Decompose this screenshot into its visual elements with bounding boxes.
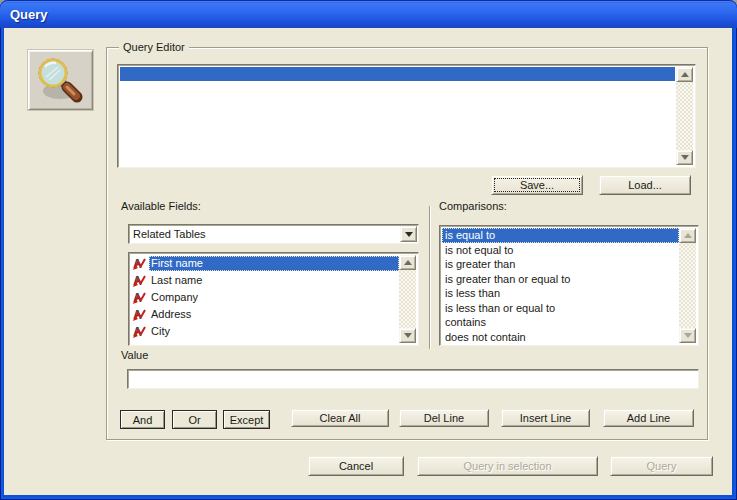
field-list-item[interactable]: A First name: [131, 255, 399, 272]
save-button[interactable]: Save...: [491, 175, 583, 195]
clear-all-button[interactable]: Clear All: [291, 409, 389, 427]
field-label: Last name: [149, 273, 399, 288]
related-tables-dropdown[interactable]: Related Tables: [128, 224, 419, 244]
field-label: Address: [149, 307, 399, 322]
del-line-button[interactable]: Del Line: [399, 409, 489, 427]
query-button[interactable]: Query: [610, 456, 713, 476]
query-editor-group-title: Query Editor: [119, 40, 189, 54]
scroll-up-button[interactable]: [676, 67, 693, 82]
field-list-item[interactable]: A Company: [131, 289, 399, 306]
fields-list[interactable]: A First name A Last name A Company A Add…: [128, 252, 419, 346]
query-dialog: Query Query Editor: [0, 0, 737, 500]
field-label: City: [149, 324, 399, 339]
available-fields-label: Available Fields:: [121, 200, 201, 213]
and-button[interactable]: And: [120, 410, 165, 429]
query-list-scrollbar[interactable]: [676, 67, 693, 165]
field-label: Company: [149, 290, 399, 305]
arrow-down-icon: [684, 333, 692, 338]
except-button[interactable]: Except: [223, 410, 270, 429]
comparison-item[interactable]: is not equal to: [442, 243, 679, 258]
comparison-item[interactable]: is less than or equal to: [442, 301, 679, 316]
comparisons-list[interactable]: is equal to is not equal to is greater t…: [439, 225, 699, 346]
chevron-down-icon: [405, 232, 413, 237]
comparisons-list-rows: is equal to is not equal to is greater t…: [442, 228, 679, 343]
field-icon: A: [133, 342, 146, 343]
insert-line-button[interactable]: Insert Line: [501, 409, 590, 427]
scroll-down-button[interactable]: [679, 328, 696, 343]
value-input[interactable]: [127, 369, 699, 389]
field-list-item-partial[interactable]: A: [131, 340, 399, 343]
field-icon: A: [133, 308, 146, 321]
field-icon: A: [133, 274, 146, 287]
fields-list-rows: A First name A Last name A Company A Add…: [131, 255, 399, 343]
query-in-selection-button[interactable]: Query in selection: [417, 456, 598, 476]
dropdown-button[interactable]: [400, 226, 417, 242]
dialog-body: Query Editor Save... Load... Available F…: [4, 28, 732, 495]
arrow-up-icon: [681, 72, 689, 77]
field-icon: A: [133, 291, 146, 304]
field-list-item[interactable]: A Address: [131, 306, 399, 323]
comparison-item[interactable]: is equal to: [442, 228, 679, 243]
comparison-item[interactable]: is less than: [442, 286, 679, 301]
scroll-up-button[interactable]: [679, 228, 696, 243]
arrow-down-icon: [681, 155, 689, 160]
query-editor-group: Query Editor Save... Load... Available F…: [106, 47, 708, 440]
query-lines-list[interactable]: [117, 64, 696, 168]
add-line-button[interactable]: Add Line: [603, 409, 694, 427]
comparison-item[interactable]: is greater than: [442, 257, 679, 272]
arrow-up-icon: [404, 260, 412, 265]
scroll-down-button[interactable]: [676, 150, 693, 165]
scroll-up-button[interactable]: [399, 255, 416, 270]
scroll-down-button[interactable]: [399, 328, 416, 343]
arrow-down-icon: [404, 333, 412, 338]
dropdown-selected-value: Related Tables: [133, 228, 396, 241]
comparisons-scrollbar[interactable]: [679, 228, 696, 343]
value-label: Value: [121, 349, 148, 362]
svg-text:A: A: [133, 342, 142, 343]
comparison-item[interactable]: contains: [442, 315, 679, 330]
section-divider: [429, 206, 430, 349]
comparison-item[interactable]: does not contain: [442, 330, 679, 344]
or-button[interactable]: Or: [172, 410, 217, 429]
titlebar[interactable]: Query: [0, 0, 737, 28]
dialog-icon-tile: [28, 50, 93, 110]
selected-query-line[interactable]: [120, 67, 675, 81]
field-list-item[interactable]: A Last name: [131, 272, 399, 289]
comparison-item[interactable]: is greater than or equal to: [442, 272, 679, 287]
field-icon: A: [133, 257, 146, 270]
window-title: Query: [10, 7, 48, 22]
magnifier-icon: [34, 55, 88, 105]
field-list-item[interactable]: A City: [131, 323, 399, 340]
fields-list-scrollbar[interactable]: [399, 255, 416, 343]
comparisons-label: Comparisons:: [439, 200, 507, 213]
cancel-button[interactable]: Cancel: [308, 456, 404, 476]
field-label: First name: [149, 256, 399, 271]
field-icon: A: [133, 325, 146, 338]
load-button[interactable]: Load...: [599, 175, 691, 195]
arrow-up-icon: [684, 233, 692, 238]
